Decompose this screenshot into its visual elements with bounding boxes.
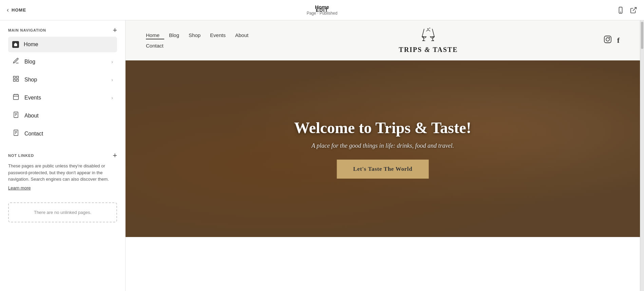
logo-text: TRIPS & TASTE — [399, 46, 458, 53]
nav-label-home: Home — [24, 41, 38, 48]
nav-label-blog: Blog — [24, 59, 35, 65]
not-linked-title: NOT LINKED — [8, 153, 34, 158]
contact-icon — [12, 129, 20, 138]
svg-rect-3 — [14, 76, 16, 78]
site-nav-contact[interactable]: Contact — [146, 41, 164, 50]
svg-text:✦: ✦ — [429, 27, 431, 29]
unlinked-pages-box: There are no unlinked pages. — [8, 202, 117, 222]
back-arrow-icon: ‹ — [7, 6, 9, 14]
site-nav-row1: Home Blog Shop Events About — [146, 31, 253, 39]
scrollbar-strip — [640, 20, 644, 291]
page-status: Page · Published — [307, 11, 338, 16]
events-arrow-icon: › — [111, 95, 113, 101]
main-nav-section: MAIN NAVIGATION + Home — [0, 20, 125, 143]
site-nav-blog[interactable]: Blog — [164, 31, 184, 39]
svg-line-24 — [428, 30, 430, 31]
nav-item-events[interactable]: Events › — [8, 89, 117, 106]
logo-glasses-icon: ✦ ✦ — [418, 27, 438, 46]
svg-rect-5 — [17, 79, 19, 81]
preview-area: Home Blog Shop Events About Contact — [126, 20, 644, 291]
svg-line-2 — [633, 7, 636, 11]
hero-title: Welcome to Trips & Taste! — [177, 119, 589, 137]
svg-rect-6 — [14, 79, 16, 81]
svg-point-26 — [606, 38, 609, 41]
site-nav-home[interactable]: Home — [146, 31, 164, 39]
add-unlinked-button[interactable]: + — [113, 152, 117, 159]
site-header: Home Blog Shop Events About Contact — [126, 20, 640, 60]
nav-item-contact[interactable]: Contact — [8, 125, 117, 142]
svg-rect-4 — [17, 76, 19, 78]
home-page-icon — [12, 41, 19, 48]
external-link-button[interactable] — [630, 6, 637, 14]
top-toolbar: ‹ HOME EDIT Home Page · Published — [0, 0, 644, 20]
shop-icon — [12, 75, 20, 84]
nav-item-shop[interactable]: Shop › — [8, 71, 117, 88]
nav-item-about[interactable]: About — [8, 107, 117, 124]
blog-arrow-icon: › — [111, 59, 113, 65]
unlinked-empty-text: There are no unlinked pages. — [34, 210, 91, 215]
hero-section: Welcome to Trips & Taste! A place for th… — [126, 60, 640, 237]
instagram-icon[interactable] — [604, 35, 612, 46]
nav-label-shop: Shop — [24, 77, 37, 83]
hero-subtitle: A place for the good things in life: dri… — [177, 142, 589, 149]
site-nav-row2: Contact — [146, 41, 253, 50]
nav-item-blog[interactable]: Blog › — [8, 53, 117, 70]
svg-rect-7 — [14, 94, 19, 99]
site-nav-wrapper: Home Blog Shop Events About Contact — [146, 31, 253, 50]
nav-label-events: Events — [24, 95, 41, 101]
hero-content: Welcome to Trips & Taste! A place for th… — [177, 119, 589, 179]
page-info: Home Page · Published — [307, 4, 338, 16]
nav-label-about: About — [24, 113, 39, 119]
svg-point-27 — [609, 37, 610, 38]
about-icon — [12, 111, 20, 120]
preview-scroll[interactable]: Home Blog Shop Events About Contact — [126, 20, 640, 291]
sidebar: MAIN NAVIGATION + Home — [0, 20, 126, 291]
site-nav-events[interactable]: Events — [205, 31, 230, 39]
facebook-icon[interactable]: f — [617, 36, 620, 45]
page-title: Home — [307, 4, 338, 10]
hero-cta-button[interactable]: Let's Taste The World — [337, 160, 429, 179]
mobile-preview-button[interactable] — [617, 6, 624, 14]
events-icon — [12, 93, 20, 102]
blog-icon — [12, 57, 20, 66]
website-frame: Home Blog Shop Events About Contact — [126, 20, 640, 291]
site-nav-shop[interactable]: Shop — [184, 31, 205, 39]
main-nav-title: MAIN NAVIGATION — [8, 28, 46, 32]
site-nav-about[interactable]: About — [230, 31, 253, 39]
learn-more-link[interactable]: Learn more — [8, 185, 31, 190]
nav-item-home[interactable]: Home — [8, 37, 117, 52]
shop-arrow-icon: › — [111, 77, 113, 83]
svg-rect-11 — [14, 112, 18, 118]
add-nav-item-button[interactable]: + — [113, 26, 117, 34]
not-linked-description: These pages are public unless they're di… — [8, 163, 117, 183]
not-linked-section: NOT LINKED + These pages are public unle… — [0, 146, 125, 197]
site-social: f — [604, 35, 620, 46]
site-logo: ✦ ✦ TRIPS & TASTE — [399, 27, 458, 53]
svg-rect-15 — [14, 130, 18, 136]
back-label[interactable]: HOME — [12, 7, 26, 13]
nav-label-contact: Contact — [24, 131, 43, 137]
svg-rect-25 — [604, 36, 611, 43]
back-nav[interactable]: ‹ HOME — [7, 6, 26, 14]
toolbar-actions — [617, 6, 637, 14]
main-layout: MAIN NAVIGATION + Home — [0, 20, 644, 291]
